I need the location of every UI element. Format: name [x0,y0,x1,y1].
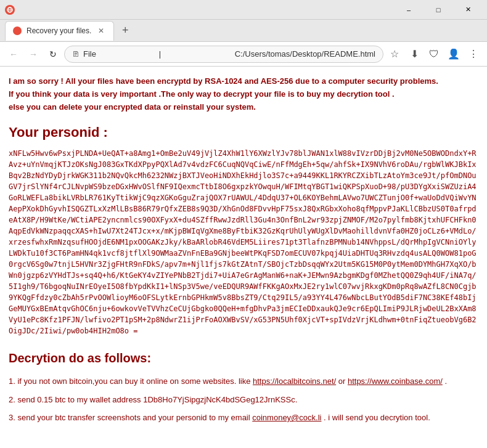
decryption-section: Decrytion do as follows: 1. if you not o… [9,351,478,425]
coinbase-link[interactable]: https://www.coinbase.com/ [348,377,443,386]
window-controls: – □ ✕ [395,0,482,20]
maximize-button[interactable]: □ [424,0,452,20]
nav-actions: ☆ ⬇ 🛡 👤 ⋮ [386,46,482,63]
tab-close-button[interactable]: ✕ [96,26,106,36]
active-tab[interactable]: Recovery your files. ✕ [5,21,114,41]
close-button[interactable]: ✕ [454,0,482,20]
navigation-bar: ← → ↻ 🖹 File | C:/Users/tomas/Desktop/RE… [0,42,487,67]
title-bar-left [5,5,15,15]
bookmark-button[interactable]: ☆ [386,46,403,63]
address-scheme: File [83,49,155,59]
page-content: I am so sorry ! All your files have been… [0,67,487,448]
personid-section-title: Your personid : [9,124,478,141]
new-tab-button[interactable]: + [117,22,134,39]
decryption-steps: 1. if you not own bitcoin,you can buy it… [9,374,478,425]
personid-key: xNFLw5Hwv6wPsxjPLNDA+UeQAT+a8Amg1+OmBe2u… [9,148,478,336]
address-path: C:/Users/tomas/Desktop/README.html [235,49,375,59]
localbitcoins-link[interactable]: https://localbitcoins.net/ [253,377,336,386]
tab-bar: Recovery your files. ✕ + [0,20,487,42]
title-bar: – □ ✕ [0,0,487,20]
address-bar[interactable]: 🖹 File | C:/Users/tomas/Desktop/README.h… [64,46,383,63]
reload-button[interactable]: ↻ [44,46,62,63]
security-button[interactable]: 🛡 [425,46,443,63]
minimize-button[interactable]: – [395,0,423,20]
address-separator: | [159,49,231,59]
step1-text: 1. if you not own bitcoin,you can buy it… [9,374,478,388]
email-link[interactable]: coinmoney@cock.li [252,413,321,422]
file-icon: 🖹 [72,50,80,59]
profile-button[interactable]: 👤 [445,46,462,63]
download-button[interactable]: ⬇ [406,46,423,63]
intro-text: I am so sorry ! All your files have been… [9,75,478,113]
menu-button[interactable]: ⋮ [465,46,482,63]
step3-text: 3. send your btc transfer screenshots an… [9,410,478,425]
tab-title-label: Recovery your files. [27,26,91,35]
decryption-section-title: Decrytion do as follows: [9,351,478,365]
step2-text: 2. send 0.15 btc to my wallet address 1D… [9,393,478,407]
forward-button[interactable]: → [25,46,42,63]
browser-icon [5,5,15,15]
wallet-address: 1Db8Ho7YjSipgzjNcK4bdSGeg12JrnKSSc [143,395,295,404]
back-button[interactable]: ← [5,46,22,63]
tab-favicon [13,26,22,35]
